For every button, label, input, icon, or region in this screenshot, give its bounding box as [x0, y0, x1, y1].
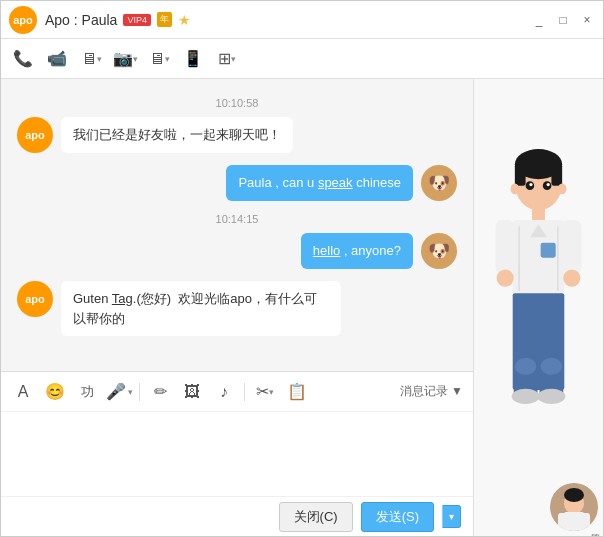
app-logo: apo — [9, 6, 37, 34]
svg-point-25 — [512, 389, 540, 404]
message-bubble: Guten Tag.(您好) 欢迎光临apo，有什么可以帮你的 — [61, 281, 341, 336]
remote-camera-icon[interactable]: 📷▾ — [111, 45, 139, 73]
svg-point-19 — [563, 270, 580, 287]
video-icon[interactable]: 📹 — [43, 45, 71, 73]
message-row: apo 我们已经是好友啦，一起来聊天吧！ — [17, 117, 457, 153]
message-input[interactable] — [1, 412, 473, 492]
svg-rect-32 — [564, 512, 584, 531]
svg-rect-17 — [562, 220, 581, 274]
font-icon[interactable]: A — [11, 380, 35, 404]
chat-area: 10:10:58 apo 我们已经是好友啦，一起来聊天吧！ 🐶 Paula , … — [1, 79, 473, 536]
message-row: 🐶 Paula , can u speak chinese — [17, 165, 457, 201]
toolbar-separator — [139, 383, 140, 401]
image-icon[interactable]: 🖼 — [180, 380, 204, 404]
svg-rect-3 — [551, 164, 562, 186]
svg-point-18 — [497, 270, 514, 287]
vip-badge: VIP4 — [123, 14, 151, 26]
close-button[interactable]: 关闭(C) — [279, 502, 353, 532]
paula-avatar: 🐶 — [421, 233, 457, 269]
apps-icon[interactable]: ⊞▾ — [213, 45, 241, 73]
emoji-icon[interactable]: 😊 — [43, 380, 67, 404]
message-bubble: hello , anyone? — [301, 233, 413, 269]
screen-share-icon[interactable]: 🖥▾ — [77, 45, 105, 73]
history-link[interactable]: 消息记录 ▼ — [400, 383, 463, 400]
message-row: apo Guten Tag.(您好) 欢迎光临apo，有什么可以帮你的 — [17, 281, 457, 336]
clipboard-icon[interactable]: 📋 — [285, 380, 309, 404]
apo-avatar: apo — [17, 117, 53, 153]
svg-point-7 — [547, 183, 550, 186]
main-toolbar: 📞 📹 🖥▾ 📷▾ 🖥▾ 📱 ⊞▾ — [1, 39, 603, 79]
character-panel: 什么值得买 — [473, 79, 603, 536]
svg-rect-2 — [515, 164, 526, 186]
chat-window: apo Apo : Paula VIP4 年 ★ _ □ × 📞 📹 🖥▾ 📷▾… — [0, 0, 604, 537]
bottom-bar: 关闭(C) 发送(S) ▾ — [1, 496, 473, 536]
desktop-icon[interactable]: 🖥▾ — [145, 45, 173, 73]
svg-point-24 — [541, 358, 563, 375]
timestamp: 10:14:15 — [17, 213, 457, 225]
scissors-icon[interactable]: ✂▾ — [253, 380, 277, 404]
window-title: Apo : Paula VIP4 年 ★ — [45, 12, 191, 28]
user-small-avatar — [550, 483, 598, 531]
phone-icon[interactable]: 📞 — [9, 45, 37, 73]
minimize-button[interactable]: _ — [531, 12, 547, 28]
message-bubble: Paula , can u speak chinese — [226, 165, 413, 201]
svg-point-29 — [564, 488, 584, 502]
toolbar-separator — [244, 383, 245, 401]
user-avatar-illustration — [550, 483, 598, 531]
svg-point-23 — [515, 358, 537, 375]
pencil-icon[interactable]: ✏ — [148, 380, 172, 404]
svg-rect-16 — [496, 220, 515, 274]
im-icon[interactable]: 功 — [75, 380, 99, 404]
paula-avatar: 🐶 — [421, 165, 457, 201]
svg-point-6 — [529, 183, 532, 186]
apo-avatar: apo — [17, 281, 53, 317]
svg-rect-10 — [532, 207, 545, 220]
favorite-icon[interactable]: ★ — [178, 12, 191, 28]
svg-point-26 — [537, 389, 565, 404]
timestamp: 10:10:58 — [17, 97, 457, 109]
input-area: A 😊 功 🎤▾ ✏ 🖼 ♪ ✂▾ 📋 消息记录 ▼ 关闭(C) 发送(S — [1, 371, 473, 536]
maximize-button[interactable]: □ — [555, 12, 571, 28]
svg-rect-15 — [541, 243, 556, 258]
send-dropdown-button[interactable]: ▾ — [442, 505, 461, 528]
character-illustration — [474, 89, 603, 536]
record-icon[interactable]: 🎤▾ — [107, 380, 131, 404]
svg-point-8 — [511, 184, 520, 195]
mobile-icon[interactable]: 📱 — [179, 45, 207, 73]
title-bar: apo Apo : Paula VIP4 年 ★ _ □ × — [1, 1, 603, 39]
message-list: 10:10:58 apo 我们已经是好友啦，一起来聊天吧！ 🐶 Paula , … — [1, 79, 473, 371]
vip-year-badge: 年 — [157, 12, 172, 27]
music-icon[interactable]: ♪ — [212, 380, 236, 404]
svg-rect-21 — [514, 313, 538, 394]
message-row: 🐶 hello , anyone? — [17, 233, 457, 269]
send-button[interactable]: 发送(S) — [361, 502, 434, 532]
message-bubble: 我们已经是好友啦，一起来聊天吧！ — [61, 117, 293, 153]
svg-rect-22 — [540, 313, 564, 394]
window-controls: _ □ × — [531, 12, 595, 28]
main-area: 10:10:58 apo 我们已经是好友啦，一起来聊天吧！ 🐶 Paula , … — [1, 79, 603, 536]
input-toolbar: A 😊 功 🎤▾ ✏ 🖼 ♪ ✂▾ 📋 消息记录 ▼ — [1, 372, 473, 412]
close-button[interactable]: × — [579, 12, 595, 28]
svg-point-9 — [558, 184, 567, 195]
